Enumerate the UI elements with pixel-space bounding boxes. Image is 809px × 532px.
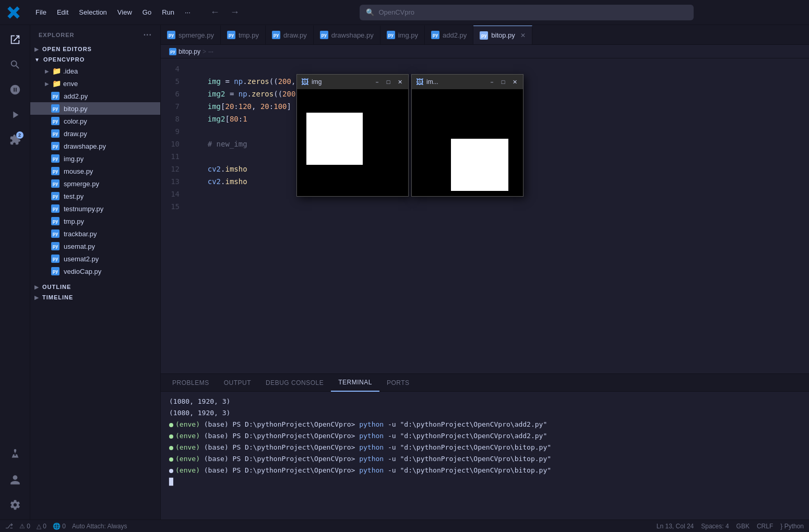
bitop-py-icon: py xyxy=(51,104,60,113)
file-idea[interactable]: ▶ 📁 .idea xyxy=(30,65,160,77)
dot-green-1 xyxy=(169,423,173,427)
tab-draw[interactable]: py draw.py xyxy=(266,26,314,44)
statusbar-encoding[interactable]: GBK xyxy=(736,523,749,530)
tab-draw-label: draw.py xyxy=(283,31,307,39)
file-color-label: color.py xyxy=(64,117,87,125)
file-bitop[interactable]: py bitop.py xyxy=(30,102,160,115)
file-tmp-label: tmp.py xyxy=(64,217,84,225)
file-spmerge[interactable]: py spmerge.py xyxy=(30,177,160,190)
search-sidebar-icon xyxy=(9,59,21,70)
panel-tab-terminal[interactable]: TERMINAL xyxy=(331,374,379,392)
menu-selection[interactable]: Selection xyxy=(75,6,111,18)
menu-more[interactable]: ··· xyxy=(181,6,195,18)
activity-account[interactable] xyxy=(5,469,26,490)
im-float-window[interactable]: 🖼 im... － □ ✕ xyxy=(411,74,524,197)
code-editor[interactable]: 4 5 6 7 8 9 10 11 12 13 14 15 img = np.z… xyxy=(161,58,809,373)
file-img[interactable]: py img.py xyxy=(30,152,160,165)
terminal-line-5: (enve) (base) PS D:\pythonProject\OpenCV… xyxy=(169,442,801,453)
panel-tab-problems[interactable]: PROBLEMS xyxy=(165,374,217,392)
file-enve-label: enve xyxy=(63,80,78,88)
file-testnumpy[interactable]: py testnumpy.py xyxy=(30,202,160,215)
file-trackbar[interactable]: py trackbar.py xyxy=(30,227,160,240)
open-editors-section[interactable]: ▶ OPEN EDITORS xyxy=(30,44,160,54)
file-usemat2-label: usemat2.py xyxy=(64,255,99,263)
panel-tab-output[interactable]: OUTPUT xyxy=(217,374,258,392)
menu-edit[interactable]: Edit xyxy=(53,6,73,18)
tab-spmerge-label: spmerge.py xyxy=(179,31,214,39)
test-icon xyxy=(9,449,21,461)
file-tmp[interactable]: py tmp.py xyxy=(30,215,160,227)
file-vediocap[interactable]: py vedioCap.py xyxy=(30,265,160,277)
terminal-line-7: (enve) (base) PS D:\pythonProject\OpenCV… xyxy=(169,465,801,476)
statusbar-ln-col[interactable]: Ln 13, Col 24 xyxy=(657,523,694,530)
tab-add2-label: add2.py xyxy=(443,31,467,39)
timeline-section[interactable]: ▶ TIMELINE xyxy=(30,292,160,303)
statusbar-git-icon[interactable]: ⎇ xyxy=(5,522,13,530)
file-color[interactable]: py color.py xyxy=(30,115,160,127)
search-input[interactable] xyxy=(378,8,687,16)
img-minimize-button[interactable]: － xyxy=(373,78,381,86)
file-test[interactable]: py test.py xyxy=(30,190,160,202)
panel-tab-debug-console[interactable]: DEBUG CONSOLE xyxy=(258,374,331,392)
img-float-window[interactable]: 🖼 img － □ ✕ xyxy=(296,74,409,197)
statusbar-language[interactable]: } Python xyxy=(780,523,804,530)
file-draw[interactable]: py draw.py xyxy=(30,127,160,140)
project-section[interactable]: ▼ OPENCVPRO xyxy=(30,54,160,65)
breadcrumb-file[interactable]: bitop.py xyxy=(179,48,200,55)
dot-white-1 xyxy=(169,469,173,473)
menu-file[interactable]: File xyxy=(31,6,51,18)
terminal-line-1: (1080, 1920, 3) xyxy=(169,396,801,407)
activity-extensions[interactable]: 2 xyxy=(5,129,26,150)
terminal-content[interactable]: (1080, 1920, 3) (1080, 1920, 3) (enve) (… xyxy=(161,392,809,519)
img-close-button[interactable]: ✕ xyxy=(396,78,404,86)
menu-run[interactable]: Run xyxy=(158,6,179,18)
im-close-button[interactable]: ✕ xyxy=(510,78,519,86)
statusbar-errors[interactable]: ⚠ 0 xyxy=(19,523,30,530)
tab-close-icon[interactable]: ✕ xyxy=(520,32,526,39)
breadcrumb-more[interactable]: ··· xyxy=(208,48,213,55)
file-usemat[interactable]: py usemat.py xyxy=(30,240,160,252)
statusbar-wifi[interactable]: 🌐 0 xyxy=(53,523,66,530)
activity-git[interactable] xyxy=(5,79,26,100)
vediocap-py-icon: py xyxy=(51,267,60,275)
breadcrumb: py bitop.py > ··· xyxy=(161,45,809,58)
panel-tab-ports[interactable]: PORTS xyxy=(379,374,417,392)
outline-section[interactable]: ▶ OUTLINE xyxy=(30,282,160,292)
tab-img[interactable]: py img.py xyxy=(380,26,425,44)
file-add2[interactable]: py add2.py xyxy=(30,90,160,102)
activity-test[interactable] xyxy=(5,444,26,465)
im-minimize-button[interactable]: － xyxy=(487,78,496,86)
drawshape-py-icon: py xyxy=(51,142,60,150)
file-drawshape[interactable]: py drawshape.py xyxy=(30,140,160,152)
tab-add2[interactable]: py add2.py xyxy=(425,26,473,44)
file-enve[interactable]: ▶ 📁 enve xyxy=(30,77,160,90)
test-py-icon: py xyxy=(51,192,60,200)
tab-tmp[interactable]: py tmp.py xyxy=(221,26,266,44)
activity-search[interactable] xyxy=(5,54,26,75)
file-draw-label: draw.py xyxy=(64,130,87,138)
project-chevron: ▼ xyxy=(34,57,40,63)
file-mouse[interactable]: py mouse.py xyxy=(30,165,160,177)
file-usemat2[interactable]: py usemat2.py xyxy=(30,252,160,265)
statusbar-auto-attach[interactable]: Auto Attach: Always xyxy=(72,523,127,530)
tmp-py-icon: py xyxy=(51,217,60,225)
tab-bitop[interactable]: py bitop.py ✕ xyxy=(473,26,532,44)
im-restore-button[interactable]: □ xyxy=(499,78,507,86)
activity-settings[interactable] xyxy=(5,494,26,515)
menu-go[interactable]: Go xyxy=(138,6,156,18)
tab-spmerge[interactable]: py spmerge.py xyxy=(161,26,221,44)
menu-view[interactable]: View xyxy=(113,6,136,18)
dot-green-2 xyxy=(169,434,173,439)
nav-fwd-button[interactable]: → xyxy=(227,6,243,19)
statusbar-warnings[interactable]: △ 0 xyxy=(37,523,46,530)
activity-explorer[interactable] xyxy=(5,29,26,50)
activity-debug[interactable] xyxy=(5,104,26,125)
search-bar[interactable]: 🔍 xyxy=(360,5,694,20)
nav-back-button[interactable]: ← xyxy=(207,6,223,19)
tab-drawshape[interactable]: py drawshape.py xyxy=(314,26,380,44)
statusbar-eol[interactable]: CRLF xyxy=(757,523,773,530)
statusbar-spaces[interactable]: Spaces: 4 xyxy=(701,523,729,530)
img-restore-button[interactable]: □ xyxy=(384,78,392,86)
outline-label: OUTLINE xyxy=(42,284,71,290)
sidebar-more-icon[interactable]: ··· xyxy=(144,30,152,40)
